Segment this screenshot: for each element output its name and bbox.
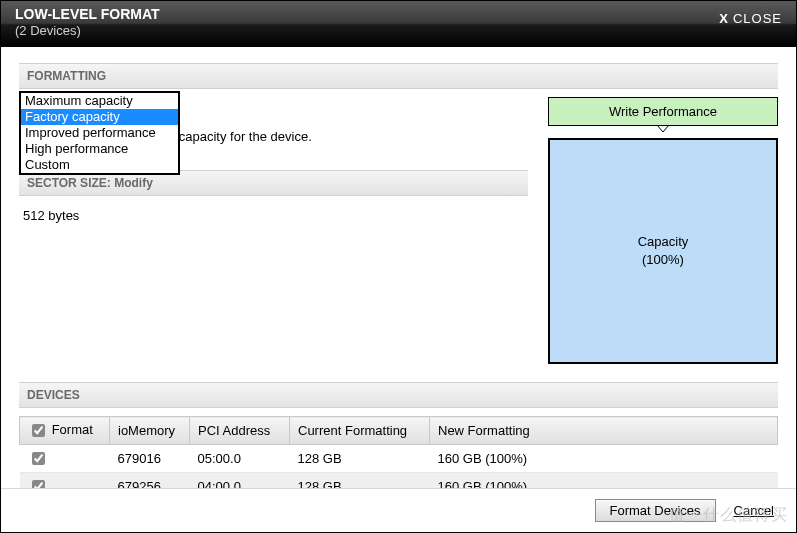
table-header-row: Format ioMemory PCI Address Current Form… (20, 417, 778, 445)
dialog-title: LOW-LEVEL FORMAT (15, 5, 160, 23)
col-new: New Formatting (430, 417, 778, 445)
formatting-left: Maximum capacity Factory capacity Improv… (19, 97, 528, 364)
row-checkbox[interactable] (32, 452, 45, 465)
section-devices-header: DEVICES (19, 382, 778, 408)
dialog-window: LOW-LEVEL FORMAT (2 Devices) XCLOSE FORM… (0, 0, 797, 533)
capacity-diagram: Write Performance Capacity (100%) (548, 97, 778, 364)
sector-size-label: SECTOR SIZE: (27, 176, 111, 190)
title-bar: LOW-LEVEL FORMAT (2 Devices) XCLOSE (1, 1, 796, 47)
close-icon: X (719, 11, 729, 26)
formatting-split: Maximum capacity Factory capacity Improv… (19, 97, 778, 364)
col-current: Current Formatting (290, 417, 430, 445)
format-option-custom[interactable]: Custom (21, 157, 178, 173)
dialog-body: FORMATTING Maximum capacity Factory capa… (1, 47, 796, 501)
col-iomemory: ioMemory (110, 417, 190, 445)
capacity-box: Capacity (100%) (548, 138, 778, 364)
sector-size-value: 512 bytes (23, 208, 524, 223)
select-all-checkbox[interactable] (32, 424, 45, 437)
diagram-connector-icon (548, 128, 778, 138)
dialog-subtitle: (2 Devices) (15, 23, 160, 38)
capacity-label: Capacity (638, 233, 689, 251)
formatting-dropdown[interactable]: Maximum capacity Factory capacity Improv… (19, 91, 180, 175)
format-devices-button[interactable]: Format Devices (595, 499, 716, 522)
section-formatting-header: FORMATTING (19, 63, 778, 89)
table-row: 679016 05:00.0 128 GB 160 GB (100%) (20, 445, 778, 473)
formatting-hint: ctory capacity for the device. (147, 129, 528, 144)
col-format: Format (20, 417, 110, 445)
cell-iomemory: 679016 (110, 445, 190, 473)
format-option-factory[interactable]: Factory capacity (21, 109, 178, 125)
devices-section: DEVICES Format ioMemory PCI Address Curr… (19, 382, 778, 501)
close-label: CLOSE (733, 11, 782, 26)
format-option-high[interactable]: High performance (21, 141, 178, 157)
close-button[interactable]: XCLOSE (719, 5, 782, 26)
cell-pci: 05:00.0 (190, 445, 290, 473)
sector-modify-link[interactable]: Modify (114, 176, 153, 190)
format-option-maximum[interactable]: Maximum capacity (21, 93, 178, 109)
title-block: LOW-LEVEL FORMAT (2 Devices) (15, 5, 160, 38)
capacity-percent: (100%) (642, 251, 684, 269)
dialog-footer: Format Devices Cancel (1, 488, 796, 532)
col-pci: PCI Address (190, 417, 290, 445)
cancel-link[interactable]: Cancel (734, 503, 774, 518)
cell-new: 160 GB (100%) (430, 445, 778, 473)
write-performance-box: Write Performance (548, 97, 778, 126)
format-option-improved[interactable]: Improved performance (21, 125, 178, 141)
cell-current: 128 GB (290, 445, 430, 473)
col-format-label: Format (52, 422, 93, 437)
